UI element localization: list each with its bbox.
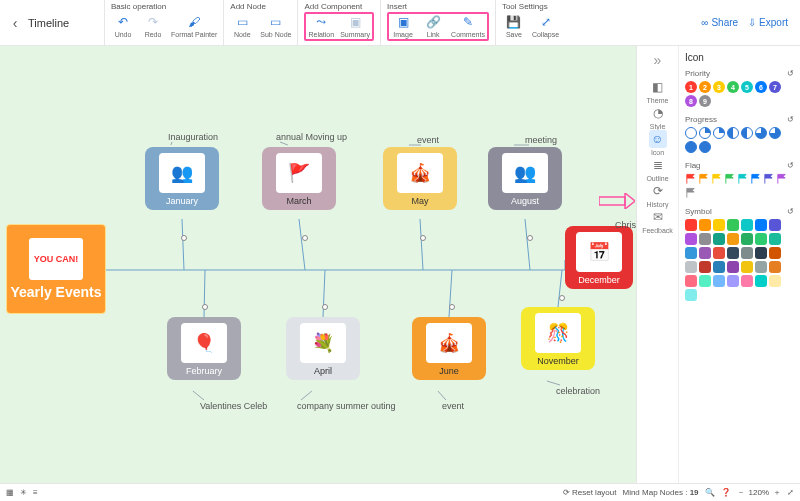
progress-step-7[interactable] <box>685 141 697 153</box>
progress-step-0[interactable] <box>685 127 697 139</box>
priority-6[interactable]: 6 <box>755 81 767 93</box>
symbol-26[interactable] <box>755 261 767 273</box>
sub-node-button[interactable]: ▭Sub Node <box>260 14 291 38</box>
symbol-25[interactable] <box>741 261 753 273</box>
collapse-button[interactable]: ⤢Collapse <box>532 14 559 38</box>
symbol-5[interactable] <box>755 219 767 231</box>
symbol-35[interactable] <box>685 289 697 301</box>
node-dec[interactable]: 📅December <box>565 226 633 289</box>
reset-layout-button[interactable]: ⟳ Reset layout <box>563 488 617 497</box>
node-jun[interactable]: 🎪June <box>412 317 486 380</box>
search-icon[interactable]: 🔍 <box>705 488 715 497</box>
symbol-1[interactable] <box>699 219 711 231</box>
symbol-14[interactable] <box>685 247 697 259</box>
share-button[interactable]: ∞Share <box>701 17 738 28</box>
zoom-control[interactable]: － 120% ＋ <box>737 487 781 498</box>
export-button[interactable]: ⇩Export <box>748 17 788 28</box>
sidetab-outline[interactable]: ≣Outline <box>642 156 673 182</box>
node-mar[interactable]: 🚩March <box>262 147 336 210</box>
symbol-20[interactable] <box>769 247 781 259</box>
node-may[interactable]: 🎪May <box>383 147 457 210</box>
progress-step-6[interactable] <box>769 127 781 139</box>
symbol-16[interactable] <box>713 247 725 259</box>
flag-3[interactable] <box>724 173 735 185</box>
format-painter-button[interactable]: 🖌Format Painter <box>171 14 217 38</box>
layout-icon[interactable]: ✳ <box>20 488 27 497</box>
symbol-2[interactable] <box>713 219 725 231</box>
root-node[interactable]: YOU CAN! Yearly Events <box>6 224 106 314</box>
undo-button[interactable]: ↶Undo <box>111 14 135 38</box>
symbol-21[interactable] <box>685 261 697 273</box>
reset-icon[interactable]: ↺ <box>787 161 794 170</box>
symbol-0[interactable] <box>685 219 697 231</box>
symbol-11[interactable] <box>741 233 753 245</box>
comments-button[interactable]: ✎Comments <box>451 14 485 38</box>
node-apr[interactable]: 💐April <box>286 317 360 380</box>
progress-step-4[interactable] <box>741 127 753 139</box>
priority-1[interactable]: 1 <box>685 81 697 93</box>
symbol-32[interactable] <box>741 275 753 287</box>
symbol-34[interactable] <box>769 275 781 287</box>
symbol-13[interactable] <box>769 233 781 245</box>
flag-8[interactable] <box>685 187 696 199</box>
node-feb[interactable]: 🎈February <box>167 317 241 380</box>
symbol-24[interactable] <box>727 261 739 273</box>
symbol-31[interactable] <box>727 275 739 287</box>
priority-8[interactable]: 8 <box>685 95 697 107</box>
relation-button[interactable]: ⤳Relation <box>308 14 334 38</box>
node-aug[interactable]: 👥August <box>488 147 562 210</box>
help-icon[interactable]: ❓ <box>721 488 731 497</box>
symbol-8[interactable] <box>699 233 711 245</box>
symbol-28[interactable] <box>685 275 697 287</box>
redo-button[interactable]: ↷Redo <box>141 14 165 38</box>
priority-5[interactable]: 5 <box>741 81 753 93</box>
flag-7[interactable] <box>776 173 787 185</box>
progress-step-3[interactable] <box>727 127 739 139</box>
node-nov[interactable]: 🎊November <box>521 307 595 370</box>
symbol-15[interactable] <box>699 247 711 259</box>
link-button[interactable]: 🔗Link <box>421 14 445 38</box>
layout-icon[interactable]: ≡ <box>33 488 38 497</box>
canvas[interactable]: YOU CAN! Yearly Events 👥JanuaryInaugurat… <box>0 46 636 483</box>
node-jan[interactable]: 👥January <box>145 147 219 210</box>
flag-2[interactable] <box>711 173 722 185</box>
progress-step-8[interactable] <box>699 141 711 153</box>
flag-5[interactable] <box>750 173 761 185</box>
symbol-3[interactable] <box>727 219 739 231</box>
progress-step-1[interactable] <box>699 127 711 139</box>
sidetab-theme[interactable]: ◧Theme <box>642 78 673 104</box>
reset-icon[interactable]: ↺ <box>787 207 794 216</box>
symbol-27[interactable] <box>769 261 781 273</box>
priority-2[interactable]: 2 <box>699 81 711 93</box>
layout-icon[interactable]: ▦ <box>6 488 14 497</box>
symbol-7[interactable] <box>685 233 697 245</box>
symbol-17[interactable] <box>727 247 739 259</box>
symbol-30[interactable] <box>713 275 725 287</box>
flag-0[interactable] <box>685 173 696 185</box>
symbol-10[interactable] <box>727 233 739 245</box>
back-button[interactable]: ‹ <box>6 0 24 45</box>
priority-7[interactable]: 7 <box>769 81 781 93</box>
save-button[interactable]: 💾Save <box>502 14 526 38</box>
progress-step-5[interactable] <box>755 127 767 139</box>
sidetab-icon[interactable]: ☺Icon <box>642 130 673 156</box>
priority-4[interactable]: 4 <box>727 81 739 93</box>
symbol-29[interactable] <box>699 275 711 287</box>
summary-button[interactable]: ▣Summary <box>340 14 370 38</box>
sidetab-style[interactable]: ◔Style <box>642 104 673 130</box>
symbol-9[interactable] <box>713 233 725 245</box>
fullscreen-icon[interactable]: ⤢ <box>787 488 794 497</box>
sidetab-history[interactable]: ⟳History <box>642 182 673 208</box>
flag-4[interactable] <box>737 173 748 185</box>
symbol-22[interactable] <box>699 261 711 273</box>
flag-1[interactable] <box>698 173 709 185</box>
flag-6[interactable] <box>763 173 774 185</box>
reset-icon[interactable]: ↺ <box>787 69 794 78</box>
sidetab-feedback[interactable]: ✉Feedback <box>642 208 673 234</box>
symbol-23[interactable] <box>713 261 725 273</box>
priority-3[interactable]: 3 <box>713 81 725 93</box>
symbol-33[interactable] <box>755 275 767 287</box>
priority-9[interactable]: 9 <box>699 95 711 107</box>
symbol-19[interactable] <box>755 247 767 259</box>
symbol-18[interactable] <box>741 247 753 259</box>
